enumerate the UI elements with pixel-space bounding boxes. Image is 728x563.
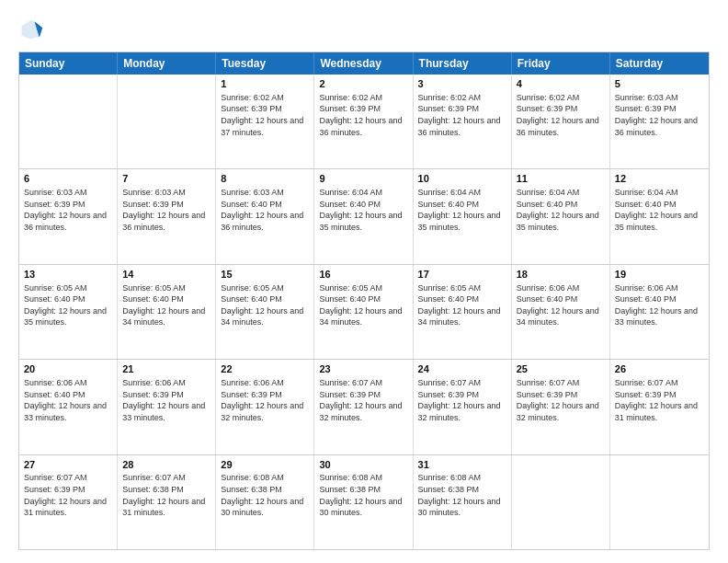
day-info: Sunrise: 6:04 AM Sunset: 6:40 PM Dayligh… — [319, 187, 407, 233]
day-number: 11 — [517, 172, 605, 186]
header-cell-sunday: Sunday — [19, 52, 118, 75]
day-info: Sunrise: 6:06 AM Sunset: 6:40 PM Dayligh… — [517, 282, 605, 328]
day-number: 20 — [24, 362, 112, 376]
day-number: 25 — [517, 362, 605, 376]
day-number: 6 — [24, 172, 112, 186]
calendar-cell — [19, 75, 118, 168]
calendar-cell: 4Sunrise: 6:02 AM Sunset: 6:39 PM Daylig… — [512, 75, 610, 168]
day-info: Sunrise: 6:06 AM Sunset: 6:40 PM Dayligh… — [615, 282, 704, 328]
header-cell-thursday: Thursday — [414, 52, 512, 75]
calendar-header: SundayMondayTuesdayWednesdayThursdayFrid… — [19, 52, 709, 75]
calendar-cell: 27Sunrise: 6:07 AM Sunset: 6:39 PM Dayli… — [19, 455, 118, 549]
day-info: Sunrise: 6:08 AM Sunset: 6:38 PM Dayligh… — [418, 472, 506, 518]
day-info: Sunrise: 6:03 AM Sunset: 6:39 PM Dayligh… — [122, 187, 210, 233]
day-number: 12 — [615, 172, 704, 186]
calendar-cell: 22Sunrise: 6:06 AM Sunset: 6:39 PM Dayli… — [216, 360, 314, 454]
day-info: Sunrise: 6:03 AM Sunset: 6:39 PM Dayligh… — [24, 187, 112, 233]
day-info: Sunrise: 6:04 AM Sunset: 6:40 PM Dayligh… — [517, 187, 605, 233]
day-info: Sunrise: 6:07 AM Sunset: 6:39 PM Dayligh… — [418, 377, 506, 423]
calendar-row-4: 20Sunrise: 6:06 AM Sunset: 6:40 PM Dayli… — [19, 359, 709, 454]
day-info: Sunrise: 6:07 AM Sunset: 6:38 PM Dayligh… — [122, 472, 210, 518]
day-number: 26 — [615, 362, 704, 376]
calendar-cell: 11Sunrise: 6:04 AM Sunset: 6:40 PM Dayli… — [512, 169, 610, 263]
page: SundayMondayTuesdayWednesdayThursdayFrid… — [0, 0, 728, 563]
calendar-cell: 1Sunrise: 6:02 AM Sunset: 6:39 PM Daylig… — [216, 75, 314, 168]
day-info: Sunrise: 6:03 AM Sunset: 6:40 PM Dayligh… — [221, 187, 309, 233]
calendar-row-2: 6Sunrise: 6:03 AM Sunset: 6:39 PM Daylig… — [19, 168, 709, 263]
header-cell-tuesday: Tuesday — [216, 52, 314, 75]
day-number: 31 — [418, 458, 506, 472]
day-info: Sunrise: 6:02 AM Sunset: 6:39 PM Dayligh… — [418, 92, 506, 138]
day-info: Sunrise: 6:08 AM Sunset: 6:38 PM Dayligh… — [221, 472, 309, 518]
calendar-cell: 5Sunrise: 6:03 AM Sunset: 6:39 PM Daylig… — [610, 75, 709, 168]
calendar-cell: 16Sunrise: 6:05 AM Sunset: 6:40 PM Dayli… — [314, 265, 413, 359]
header-cell-saturday: Saturday — [610, 52, 709, 75]
day-number: 5 — [615, 77, 704, 91]
day-info: Sunrise: 6:06 AM Sunset: 6:40 PM Dayligh… — [24, 377, 112, 423]
calendar-cell: 10Sunrise: 6:04 AM Sunset: 6:40 PM Dayli… — [414, 169, 512, 263]
calendar-cell — [118, 75, 216, 168]
logo-icon — [18, 17, 44, 42]
calendar-cell: 8Sunrise: 6:03 AM Sunset: 6:40 PM Daylig… — [216, 169, 314, 263]
day-number: 9 — [319, 172, 407, 186]
day-info: Sunrise: 6:07 AM Sunset: 6:39 PM Dayligh… — [615, 377, 704, 423]
calendar-row-5: 27Sunrise: 6:07 AM Sunset: 6:39 PM Dayli… — [19, 454, 709, 549]
calendar-cell: 18Sunrise: 6:06 AM Sunset: 6:40 PM Dayli… — [512, 265, 610, 359]
header-cell-monday: Monday — [118, 52, 216, 75]
day-number: 1 — [221, 77, 309, 91]
day-info: Sunrise: 6:04 AM Sunset: 6:40 PM Dayligh… — [615, 187, 704, 233]
logo — [18, 17, 48, 42]
calendar-cell: 15Sunrise: 6:05 AM Sunset: 6:40 PM Dayli… — [216, 265, 314, 359]
day-info: Sunrise: 6:07 AM Sunset: 6:39 PM Dayligh… — [319, 377, 407, 423]
calendar-cell: 26Sunrise: 6:07 AM Sunset: 6:39 PM Dayli… — [610, 360, 709, 454]
calendar-cell: 29Sunrise: 6:08 AM Sunset: 6:38 PM Dayli… — [216, 455, 314, 549]
calendar-cell: 17Sunrise: 6:05 AM Sunset: 6:40 PM Dayli… — [414, 265, 512, 359]
calendar-body: 1Sunrise: 6:02 AM Sunset: 6:39 PM Daylig… — [19, 75, 709, 549]
calendar-cell: 25Sunrise: 6:07 AM Sunset: 6:39 PM Dayli… — [512, 360, 610, 454]
day-number: 30 — [319, 458, 407, 472]
day-number: 14 — [122, 268, 210, 282]
day-number: 10 — [418, 172, 506, 186]
calendar-cell — [610, 455, 709, 549]
day-number: 7 — [122, 172, 210, 186]
day-number: 18 — [517, 268, 605, 282]
day-info: Sunrise: 6:05 AM Sunset: 6:40 PM Dayligh… — [319, 282, 407, 328]
day-info: Sunrise: 6:08 AM Sunset: 6:38 PM Dayligh… — [319, 472, 407, 518]
calendar-cell: 9Sunrise: 6:04 AM Sunset: 6:40 PM Daylig… — [314, 169, 413, 263]
day-number: 29 — [221, 458, 309, 472]
calendar-cell: 2Sunrise: 6:02 AM Sunset: 6:39 PM Daylig… — [314, 75, 413, 168]
day-number: 19 — [615, 268, 704, 282]
day-number: 27 — [24, 458, 112, 472]
day-info: Sunrise: 6:04 AM Sunset: 6:40 PM Dayligh… — [418, 187, 506, 233]
day-number: 22 — [221, 362, 309, 376]
day-number: 24 — [418, 362, 506, 376]
calendar-cell: 31Sunrise: 6:08 AM Sunset: 6:38 PM Dayli… — [414, 455, 512, 549]
day-info: Sunrise: 6:03 AM Sunset: 6:39 PM Dayligh… — [615, 92, 704, 138]
header-cell-wednesday: Wednesday — [314, 52, 413, 75]
day-number: 15 — [221, 268, 309, 282]
calendar-cell: 14Sunrise: 6:05 AM Sunset: 6:40 PM Dayli… — [118, 265, 216, 359]
calendar-cell: 13Sunrise: 6:05 AM Sunset: 6:40 PM Dayli… — [19, 265, 118, 359]
day-number: 13 — [24, 268, 112, 282]
day-info: Sunrise: 6:07 AM Sunset: 6:39 PM Dayligh… — [517, 377, 605, 423]
day-info: Sunrise: 6:02 AM Sunset: 6:39 PM Dayligh… — [517, 92, 605, 138]
day-number: 3 — [418, 77, 506, 91]
day-number: 23 — [319, 362, 407, 376]
day-info: Sunrise: 6:05 AM Sunset: 6:40 PM Dayligh… — [24, 282, 112, 328]
day-number: 16 — [319, 268, 407, 282]
header — [18, 17, 710, 42]
calendar-cell: 19Sunrise: 6:06 AM Sunset: 6:40 PM Dayli… — [610, 265, 709, 359]
calendar-cell: 23Sunrise: 6:07 AM Sunset: 6:39 PM Dayli… — [314, 360, 413, 454]
header-cell-friday: Friday — [512, 52, 610, 75]
day-info: Sunrise: 6:02 AM Sunset: 6:39 PM Dayligh… — [221, 92, 309, 138]
day-info: Sunrise: 6:05 AM Sunset: 6:40 PM Dayligh… — [418, 282, 506, 328]
day-number: 28 — [122, 458, 210, 472]
day-info: Sunrise: 6:02 AM Sunset: 6:39 PM Dayligh… — [319, 92, 407, 138]
calendar-cell: 12Sunrise: 6:04 AM Sunset: 6:40 PM Dayli… — [610, 169, 709, 263]
calendar-cell: 7Sunrise: 6:03 AM Sunset: 6:39 PM Daylig… — [118, 169, 216, 263]
calendar-cell: 30Sunrise: 6:08 AM Sunset: 6:38 PM Dayli… — [314, 455, 413, 549]
calendar-cell: 28Sunrise: 6:07 AM Sunset: 6:38 PM Dayli… — [118, 455, 216, 549]
day-number: 17 — [418, 268, 506, 282]
calendar-cell: 3Sunrise: 6:02 AM Sunset: 6:39 PM Daylig… — [414, 75, 512, 168]
calendar-row-1: 1Sunrise: 6:02 AM Sunset: 6:39 PM Daylig… — [19, 75, 709, 168]
